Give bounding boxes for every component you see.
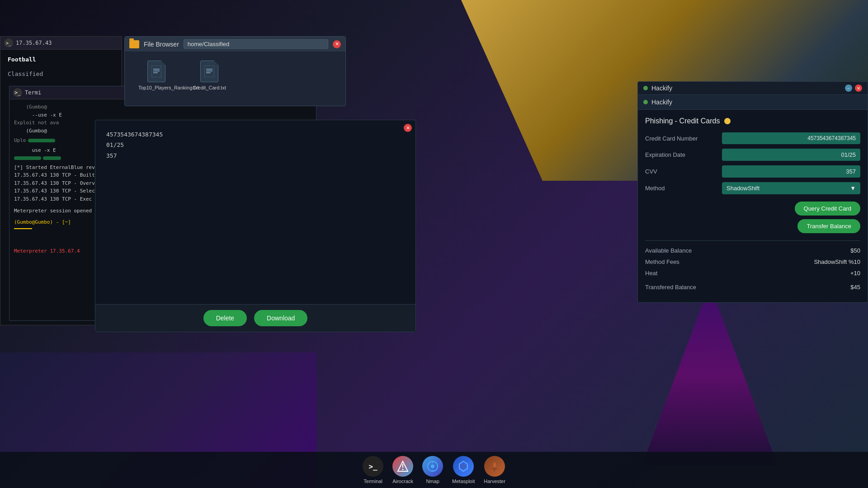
file-browser-content: Top10_Players_Ranking.txt Credit_Card.tx… (125, 52, 345, 106)
taskbar-label-nmap: Nmap (426, 479, 439, 484)
file-viewer-close-button[interactable]: ✕ (404, 124, 412, 132)
method-label: Method (645, 185, 717, 192)
action-buttons: Query Credit Card Transfer Balance (645, 202, 860, 233)
fees-label: Method Fees (645, 258, 679, 265)
hackify-titlebar: Hackify − ✕ (638, 82, 868, 95)
hackify-minimize-button[interactable]: − (845, 84, 852, 92)
file-browser-title: File Browser (144, 41, 179, 48)
terminal-2-icon: >_ (13, 88, 22, 97)
hackify-nav-title: Hackify (651, 84, 672, 92)
hackify-controls: − ✕ (845, 84, 862, 92)
file-name-credit-card: Credit_Card.txt (193, 85, 226, 90)
file-item-credit-card[interactable]: Credit_Card.txt (193, 61, 226, 97)
nmap-icon (422, 456, 443, 477)
hackify-window-title: Hackify (651, 99, 672, 106)
cc-number-field-row: Credit Card Number 4573543674387345 (645, 132, 860, 144)
method-field-row: Method ShadowShift ▼ (645, 182, 860, 194)
method-arrow-icon: ▼ (850, 185, 856, 192)
query-credit-card-button[interactable]: Query Credit Card (795, 202, 860, 216)
terminal-icon: >_ (363, 456, 383, 477)
terminal-1-content: Football Classified (0, 50, 122, 87)
transferred-value: $45 (850, 284, 860, 291)
heat-row: Heat +10 (645, 270, 860, 277)
harvester-icon (484, 456, 505, 477)
taskbar-label-harvester: Harvester (484, 479, 505, 484)
file-browser-window: File Browser home/Classified ✕ Top10_Pla… (124, 36, 346, 106)
taskbar-label-terminal: Terminal (363, 479, 382, 484)
file-viewer-actions: Delete Download (95, 304, 415, 332)
taskbar-item-harvester[interactable]: Harvester (484, 456, 505, 484)
expiry-value: 01/25 (722, 149, 860, 161)
hackify-nav: Hackify (638, 95, 868, 110)
taskbar-item-metasploit[interactable]: Metasploit (452, 456, 475, 484)
transferred-row-inner: Transfered Balance $45 (645, 284, 860, 291)
terminal-1-icon: >_ (4, 38, 13, 47)
sidebar-item-football[interactable]: Football (4, 52, 118, 67)
term-cursor-line (14, 228, 32, 229)
hackify-close-button[interactable]: ✕ (855, 84, 862, 92)
phishing-status-dot (724, 118, 731, 124)
hackify-nav-dot (643, 100, 648, 104)
svg-point-10 (402, 469, 404, 470)
cvv-field-row: CVV 357 (645, 165, 860, 178)
cc-cvv-line: 357 (106, 150, 405, 161)
phishing-title: Phishing - Credit Cards (645, 117, 720, 125)
airocrack-icon (392, 456, 413, 477)
file-name-players: Top10_Players_Ranking.txt (138, 85, 175, 90)
fees-row: Method Fees ShadowShift %10 (645, 258, 860, 265)
terminal-1-ip: 17.35.67.43 (16, 40, 52, 46)
file-browser-path[interactable]: home/Classified (184, 39, 328, 49)
balance-value: $50 (850, 247, 860, 254)
balance-label: Available Balance (645, 247, 692, 254)
taskbar-label-metasploit: Metasploit (452, 479, 475, 484)
cvv-value: 357 (722, 165, 860, 178)
fees-value: ShadowShift %10 (814, 258, 860, 265)
terminal-1-header: >_ 17.35.67.43 (0, 37, 122, 50)
file-browser-close-button[interactable]: ✕ (333, 40, 341, 48)
method-value: ShadowShift (726, 185, 760, 192)
heat-label: Heat (645, 270, 657, 277)
taskbar-label-airocrack: Airocrack (392, 479, 413, 484)
cc-number-value: 4573543674387345 (722, 132, 860, 144)
cc-number-line: 4573543674387345 (106, 129, 405, 140)
transferred-label: Transfered Balance (645, 284, 696, 291)
phishing-header: Phishing - Credit Cards (645, 117, 860, 125)
file-icon-credit-card (200, 61, 218, 82)
method-select[interactable]: ShadowShift ▼ (722, 182, 860, 194)
phishing-panel: Phishing - Credit Cards Credit Card Numb… (638, 110, 868, 302)
file-item-players[interactable]: Top10_Players_Ranking.txt (138, 61, 175, 97)
taskbar-item-airocrack[interactable]: Airocrack (392, 456, 413, 484)
terminal-2-title: Termi (25, 89, 41, 96)
delete-button[interactable]: Delete (203, 310, 247, 326)
expiry-field-row: Expiration Date 01/25 (645, 149, 860, 161)
expiry-label: Expiration Date (645, 151, 717, 158)
term-line-2: --use -x E (14, 111, 311, 119)
file-browser-titlebar: File Browser home/Classified ✕ (125, 37, 345, 52)
download-button[interactable]: Download (254, 310, 307, 326)
svg-rect-0 (151, 66, 161, 77)
balance-row: Available Balance $50 (645, 247, 860, 254)
folder-icon (129, 40, 139, 48)
heat-value: +10 (850, 270, 860, 277)
cc-number-label: Credit Card Number (645, 135, 717, 142)
file-icon-players (147, 61, 165, 82)
transferred-row: Transfered Balance $45 (645, 284, 860, 291)
taskbar: >_ Terminal Airocrack Nmap Metasploit Ha… (0, 452, 868, 488)
cvv-label: CVV (645, 168, 717, 175)
svg-rect-4 (204, 66, 214, 77)
info-section: Available Balance $50 Method Fees Shadow… (645, 240, 860, 291)
hackify-status-dot (643, 86, 648, 90)
transfer-balance-button[interactable]: Transfer Balance (797, 219, 860, 233)
svg-point-12 (431, 465, 434, 468)
cc-expiry-line: 01/25 (106, 140, 405, 150)
metasploit-icon (453, 456, 474, 477)
taskbar-item-nmap[interactable]: Nmap (422, 456, 443, 484)
sidebar-item-classified[interactable]: Classified (4, 67, 118, 81)
file-viewer-dialog: ✕ 4573543674387345 01/25 357 Delete Down… (95, 120, 416, 332)
taskbar-item-terminal[interactable]: >_ Terminal (363, 456, 383, 484)
hackify-window: Hackify − ✕ Hackify Phishing - Credit Ca… (637, 81, 868, 303)
file-viewer-content: 4573543674387345 01/25 357 (95, 120, 415, 304)
